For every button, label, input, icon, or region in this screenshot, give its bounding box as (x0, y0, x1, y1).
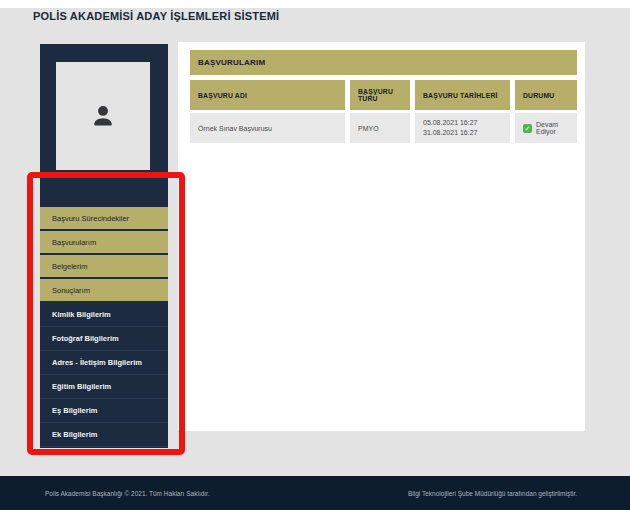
application-date: 05.08.2021 16:27 (423, 118, 478, 128)
status-label: Devam Ediyor (536, 121, 577, 135)
cell-application-status: ✓Devam Ediyor (515, 113, 577, 143)
table-row[interactable]: Örnek Sınav BaşvurusuPMYO05.08.2021 16:2… (190, 113, 577, 143)
application-date: 31.08.2021 16:27 (423, 128, 478, 138)
footer-copyright: Polis Akademisi Başkanlığı © 2021. Tüm H… (45, 490, 210, 497)
column-header-1: BAŞVURU TÜRÜ (350, 80, 410, 110)
sidebar-item-sonuclarim[interactable]: Sonuçlarım (40, 279, 168, 303)
person-icon (87, 100, 119, 132)
cell-application-type: PMYO (350, 113, 410, 143)
page-title: POLİS AKADEMİSİ ADAY İŞLEMLERİ SİSTEMİ (33, 10, 279, 22)
cell-application-dates: 05.08.2021 16:2731.08.2021 16:27 (415, 113, 510, 143)
sidebar-item-ek-bilgilerim[interactable]: Ek Bilgilerim (40, 423, 168, 447)
check-icon: ✓ (523, 124, 532, 133)
sidebar-item-basvurularim[interactable]: Başvurularım (40, 231, 168, 255)
footer: Polis Akademisi Başkanlığı © 2021. Tüm H… (0, 476, 630, 510)
footer-credit: Bilgi Teknolojileri Şube Müdürlüğü taraf… (408, 490, 577, 497)
sidebar-item-basvuru-surecindekiler[interactable]: Başvuru Sürecindekiler (40, 207, 168, 231)
page: POLİS AKADEMİSİ ADAY İŞLEMLERİ SİSTEMİ B… (0, 0, 630, 512)
sidebar-item-belgelerim[interactable]: Belgelerim (40, 255, 168, 279)
sidebar-item-kimlik-bilgilerim[interactable]: Kimlik Bilgilerim (40, 303, 168, 327)
applications-panel-title: BAŞVURULARIM (190, 50, 577, 75)
sidebar-item-adres-iletisim-bilgilerim[interactable]: Adres - İletişim Bilgilerim (40, 351, 168, 375)
column-header-3: DURUMU (515, 80, 577, 110)
column-header-2: BAŞVURU TARİHLERİ (415, 80, 510, 110)
column-header-0: BAŞVURU ADI (190, 80, 345, 110)
sidebar: Başvuru SürecindekilerBaşvurularımBelgel… (40, 44, 168, 448)
cell-application-name: Örnek Sınav Başvurusu (190, 113, 345, 143)
table-header-row: BAŞVURU ADIBAŞVURU TÜRÜBAŞVURU TARİHLERİ… (190, 80, 577, 110)
sidebar-item-fotograf-bilgilerim[interactable]: Fotoğraf Bilgilerim (40, 327, 168, 351)
sidebar-item-es-bilgilerim[interactable]: Eş Bilgilerim (40, 399, 168, 423)
sidebar-item-egitim-bilgilerim[interactable]: Eğitim Bilgilerim (40, 375, 168, 399)
profile-photo-placeholder (56, 62, 150, 170)
sidebar-menu: Başvuru SürecindekilerBaşvurularımBelgel… (40, 207, 168, 447)
